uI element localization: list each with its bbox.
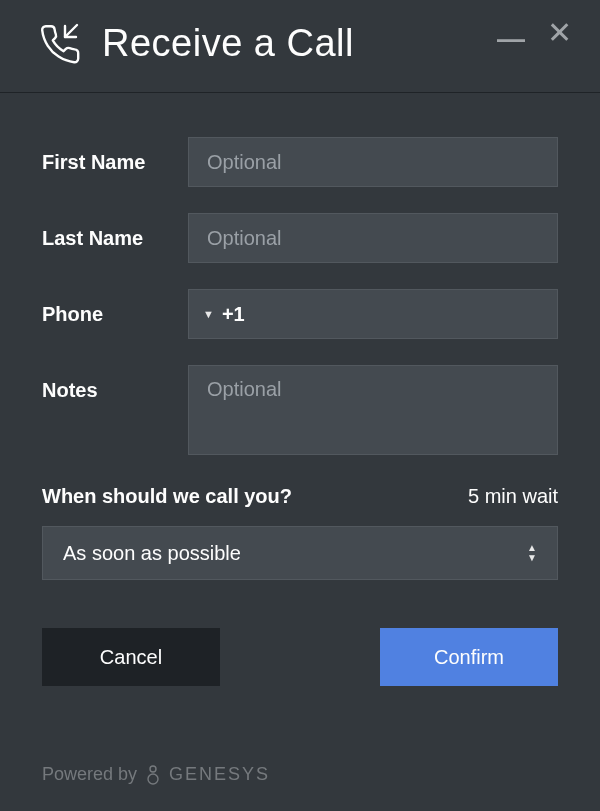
schedule-selected-value: As soon as possible [63,542,241,565]
window-controls: — ✕ [497,28,572,58]
schedule-select[interactable]: As soon as possible ▲▼ [42,526,558,580]
phone-label: Phone [42,289,188,326]
notes-label: Notes [42,365,188,402]
phone-input[interactable]: ▼ +1 [188,289,558,339]
callback-form: First Name Last Name Phone ▼ +1 Notes [0,93,600,686]
brand-name: GENESYS [169,764,270,785]
phone-row: Phone ▼ +1 [42,289,558,339]
phone-prefix: +1 [222,303,245,326]
cancel-button[interactable]: Cancel [42,628,220,686]
svg-point-1 [148,774,158,784]
schedule-question: When should we call you? [42,485,292,508]
close-button[interactable]: ✕ [547,18,572,48]
first-name-input[interactable] [188,137,558,187]
svg-point-0 [150,766,156,772]
first-name-label: First Name [42,137,188,174]
first-name-row: First Name [42,137,558,187]
last-name-input[interactable] [188,213,558,263]
phone-incoming-icon [34,18,84,68]
select-arrows-icon: ▲▼ [527,544,537,562]
last-name-row: Last Name [42,213,558,263]
powered-by-text: Powered by [42,764,137,785]
dialog-actions: Cancel Confirm [42,628,558,686]
notes-input[interactable] [188,365,558,455]
wait-time-text: 5 min wait [468,485,558,508]
callback-dialog: Receive a Call — ✕ First Name Last Name … [0,0,600,811]
footer: Powered by GENESYS [42,764,270,785]
titlebar: Receive a Call — ✕ [0,0,600,93]
genesys-logo-icon [145,765,161,785]
last-name-label: Last Name [42,213,188,250]
minimize-button[interactable]: — [497,25,525,53]
confirm-button[interactable]: Confirm [380,628,558,686]
schedule-section: When should we call you? 5 min wait As s… [42,485,558,580]
country-code-dropdown-icon[interactable]: ▼ [203,308,214,320]
notes-row: Notes [42,365,558,459]
dialog-title: Receive a Call [102,22,497,65]
